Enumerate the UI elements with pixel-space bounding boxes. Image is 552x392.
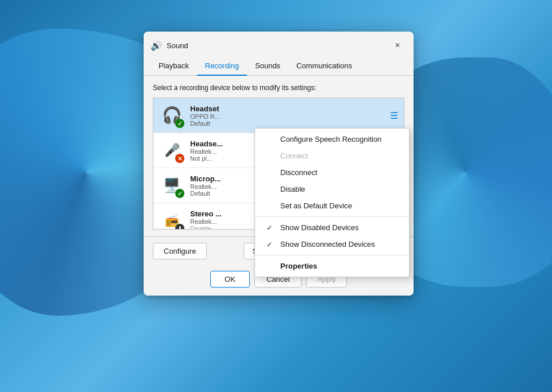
- ctx-set-default[interactable]: Set as Default Device: [255, 197, 409, 214]
- ctx-label-set-default: Set as Default Device: [280, 201, 352, 210]
- configure-button[interactable]: Configure: [153, 243, 207, 259]
- title-bar: 🔊 Sound ✕: [144, 32, 414, 57]
- device-icon-wrap-headset: 🎧 ✓: [159, 103, 184, 128]
- ctx-check-show-disconnected: ✓: [267, 240, 276, 249]
- ctx-label-connect: Connect: [280, 152, 308, 160]
- ctx-connect: Connect: [255, 148, 409, 164]
- stereo-status-badge: ⬇: [175, 224, 184, 230]
- headset-sub2: Default: [190, 120, 388, 127]
- ctx-label-disconnect: Disconnect: [280, 168, 317, 177]
- tab-communications[interactable]: Communications: [288, 57, 360, 76]
- headset-menu-icon: ☰: [390, 110, 398, 121]
- ctx-label-disable: Disable: [280, 185, 305, 193]
- ctx-disconnect[interactable]: Disconnect: [255, 164, 409, 181]
- dialog-icon: 🔊: [150, 40, 162, 51]
- ctx-show-disabled[interactable]: ✓ Show Disabled Devices: [255, 219, 409, 236]
- tab-recording[interactable]: Recording: [197, 57, 247, 76]
- ctx-show-disconnected[interactable]: ✓ Show Disconnected Devices: [255, 236, 409, 253]
- ctx-configure-speech[interactable]: Configure Speech Recognition: [255, 131, 409, 148]
- ctx-check-show-disabled: ✓: [267, 224, 276, 232]
- ctx-separator-1: [255, 216, 409, 217]
- ctx-properties[interactable]: Properties: [255, 258, 409, 274]
- ok-button[interactable]: OK: [210, 271, 250, 288]
- close-button[interactable]: ✕: [388, 38, 407, 52]
- ctx-label-properties: Properties: [280, 262, 317, 270]
- headset-status-badge: ✓: [175, 119, 184, 128]
- device-icon-wrap-stereo: 📻 ⬇: [159, 208, 184, 230]
- device-icon-wrap-headset-mic: 🎤 ✕: [159, 138, 184, 163]
- subtitle-text: Select a recording device below to modif…: [153, 84, 404, 92]
- tab-sounds[interactable]: Sounds: [247, 57, 288, 76]
- microphone-status-badge: ✓: [175, 189, 184, 198]
- device-icon-wrap-microphone: 🖥️ ✓: [159, 173, 184, 198]
- ctx-label-show-disabled: Show Disabled Devices: [280, 223, 359, 232]
- dialog-title: Sound: [167, 41, 388, 50]
- headset-name: Headset: [190, 104, 388, 113]
- ctx-disable[interactable]: Disable: [255, 181, 409, 197]
- context-menu: Configure Speech Recognition Connect Dis…: [254, 128, 410, 277]
- headset-sub1: OPPO R...: [190, 113, 388, 120]
- headset-mic-status-badge: ✕: [175, 154, 184, 163]
- ctx-label-show-disconnected: Show Disconnected Devices: [280, 240, 375, 249]
- ctx-separator-2: [255, 255, 409, 255]
- headset-info: Headset OPPO R... Default: [190, 104, 388, 127]
- sound-dialog: 🔊 Sound ✕ Playback Recording Sounds Comm…: [144, 32, 414, 296]
- tab-playback[interactable]: Playback: [150, 57, 197, 76]
- ctx-label-configure-speech: Configure Speech Recognition: [280, 135, 381, 143]
- tab-bar: Playback Recording Sounds Communications: [144, 57, 414, 76]
